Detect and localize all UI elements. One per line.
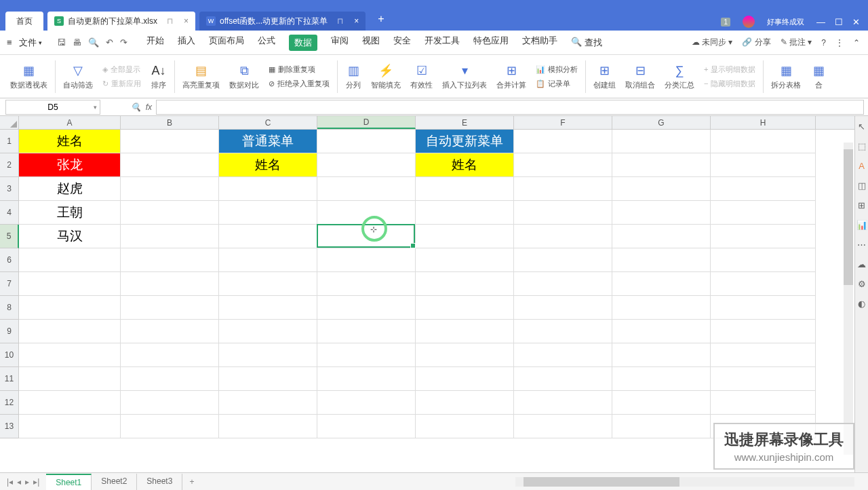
- sheet-tab-Sheet2[interactable]: Sheet2: [92, 474, 137, 490]
- cell-G8[interactable]: [612, 296, 711, 320]
- autofilter-button[interactable]: ▽自动筛选: [58, 55, 98, 98]
- first-sheet-icon[interactable]: |◂: [7, 477, 13, 487]
- tab-file-1[interactable]: S 自动更新的下拉菜单.xlsx ⊓ ×: [47, 12, 195, 31]
- cell-D13[interactable]: [317, 415, 416, 438]
- cell-F2[interactable]: [514, 153, 612, 177]
- subtotal-button[interactable]: ∑分类汇总: [660, 55, 699, 98]
- cell-B12[interactable]: [121, 391, 219, 415]
- minimize-button[interactable]: —: [816, 17, 825, 27]
- cell-H1[interactable]: [711, 130, 816, 153]
- print-icon[interactable]: 🖶: [73, 37, 81, 48]
- sync-button[interactable]: ☁ 未同步 ▾: [692, 37, 733, 48]
- cell-D4[interactable]: [317, 201, 416, 225]
- cursor-icon[interactable]: ↖: [858, 121, 865, 132]
- cell-C9[interactable]: [219, 320, 317, 343]
- theme-icon[interactable]: ◐: [858, 299, 865, 309]
- cell-D9[interactable]: [317, 320, 416, 343]
- cell-E8[interactable]: [416, 296, 514, 320]
- cell-A2[interactable]: 张龙: [19, 153, 121, 177]
- cell-C11[interactable]: [219, 367, 317, 391]
- cell-E3[interactable]: [416, 177, 514, 201]
- new-tab-button[interactable]: +: [378, 13, 384, 31]
- insert-dropdown-button[interactable]: ▾插入下拉列表: [437, 55, 492, 98]
- hamburger-icon[interactable]: ≡: [7, 37, 12, 48]
- menu-tab-数据[interactable]: 数据: [289, 35, 317, 51]
- redo-icon[interactable]: ↷: [120, 37, 127, 48]
- cell-A7[interactable]: [19, 272, 121, 296]
- cell-G12[interactable]: [612, 391, 711, 415]
- add-sheet-button[interactable]: +: [182, 477, 201, 487]
- row-header-12[interactable]: 12: [0, 391, 19, 415]
- menu-tab-安全[interactable]: 安全: [393, 35, 411, 51]
- cell-G6[interactable]: [612, 248, 711, 272]
- cell-G7[interactable]: [612, 272, 711, 296]
- cell-B5[interactable]: [121, 225, 219, 248]
- menu-tab-审阅[interactable]: 审阅: [331, 35, 349, 51]
- menu-tab-页面布局[interactable]: 页面布局: [209, 35, 244, 51]
- cell-H10[interactable]: [711, 343, 816, 367]
- cell-E5[interactable]: [416, 225, 514, 248]
- cell-B3[interactable]: [121, 177, 219, 201]
- cell-E9[interactable]: [416, 320, 514, 343]
- cell-E7[interactable]: [416, 272, 514, 296]
- cell-G3[interactable]: [612, 177, 711, 201]
- cell-E13[interactable]: [416, 415, 514, 438]
- col-header-H[interactable]: H: [711, 116, 816, 129]
- cell-B6[interactable]: [121, 248, 219, 272]
- cell-F13[interactable]: [514, 415, 612, 438]
- close-window-button[interactable]: ✕: [852, 17, 860, 27]
- group-button[interactable]: ⊞创建组: [589, 55, 620, 98]
- select-all-corner[interactable]: [0, 116, 19, 130]
- cell-F1[interactable]: [514, 130, 612, 153]
- cell-A8[interactable]: [19, 296, 121, 320]
- avatar[interactable]: [743, 16, 755, 28]
- split-table-button[interactable]: ▦拆分表格: [766, 55, 806, 98]
- remove-dup-button[interactable]: ▦删除重复项: [269, 64, 330, 75]
- menu-tab-特色应用[interactable]: 特色应用: [473, 35, 509, 51]
- cell-H2[interactable]: [711, 153, 816, 177]
- cell-C6[interactable]: [219, 248, 317, 272]
- menu-tab-开始[interactable]: 开始: [146, 35, 164, 51]
- formula-bar[interactable]: [156, 100, 864, 115]
- cell-C7[interactable]: [219, 272, 317, 296]
- cell-E6[interactable]: [416, 248, 514, 272]
- sort-button[interactable]: A↓排序: [146, 55, 172, 98]
- cell-D8[interactable]: [317, 296, 416, 320]
- maximize-button[interactable]: ☐: [835, 17, 843, 27]
- smart-fill-button[interactable]: ⚡智能填充: [366, 55, 406, 98]
- cell-C8[interactable]: [219, 296, 317, 320]
- validation-button[interactable]: ☑有效性: [406, 55, 437, 98]
- chart-icon[interactable]: 📊: [856, 220, 867, 230]
- cell-F3[interactable]: [514, 177, 612, 201]
- cell-F12[interactable]: [514, 391, 612, 415]
- cell-H7[interactable]: [711, 272, 816, 296]
- row-header-8[interactable]: 8: [0, 296, 19, 320]
- cell-E11[interactable]: [416, 367, 514, 391]
- cell-A9[interactable]: [19, 320, 121, 343]
- cell-H12[interactable]: [711, 391, 816, 415]
- cell-F5[interactable]: [514, 225, 612, 248]
- cell-D6[interactable]: [317, 248, 416, 272]
- col-header-E[interactable]: E: [416, 116, 514, 129]
- consolidate-button[interactable]: ⊞合并计算: [492, 55, 531, 98]
- cell-H8[interactable]: [711, 296, 816, 320]
- cell-C5[interactable]: [219, 225, 317, 248]
- menu-tab-插入[interactable]: 插入: [178, 35, 195, 51]
- last-sheet-icon[interactable]: ▸|: [33, 477, 39, 487]
- col-header-B[interactable]: B: [121, 116, 219, 129]
- col-header-G[interactable]: G: [612, 116, 711, 129]
- cell-B2[interactable]: [121, 153, 219, 177]
- cell-D3[interactable]: [317, 177, 416, 201]
- pin-icon[interactable]: ⊓: [167, 16, 173, 26]
- apps-icon[interactable]: ⊞: [858, 200, 865, 210]
- row-header-6[interactable]: 6: [0, 248, 19, 272]
- cell-B4[interactable]: [121, 201, 219, 225]
- cell-G2[interactable]: [612, 153, 711, 177]
- cell-E12[interactable]: [416, 391, 514, 415]
- cell-B7[interactable]: [121, 272, 219, 296]
- cell-A13[interactable]: [19, 415, 121, 438]
- cell-F11[interactable]: [514, 367, 612, 391]
- cell-G4[interactable]: [612, 201, 711, 225]
- backup-icon[interactable]: ☁: [857, 259, 866, 269]
- cell-A10[interactable]: [19, 343, 121, 367]
